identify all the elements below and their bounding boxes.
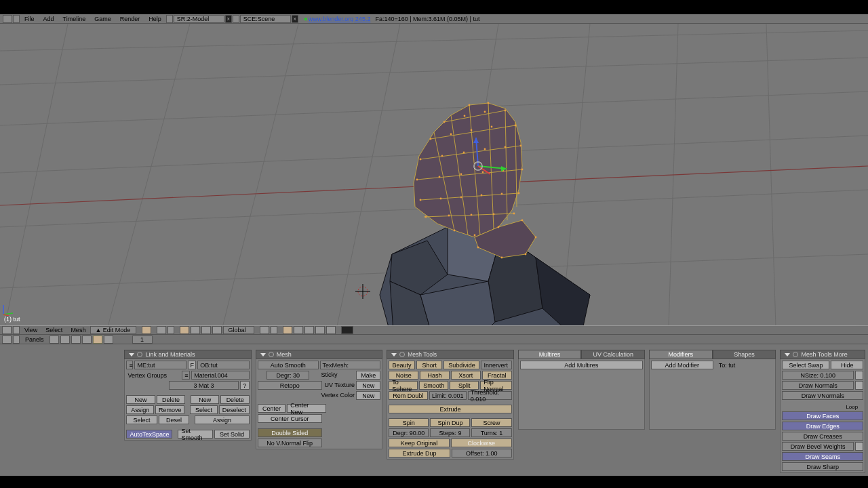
screen-nav-left-icon[interactable] <box>166 15 173 23</box>
panel-header-mesh[interactable]: Mesh <box>256 350 382 359</box>
panel-header-mesh-tools-more[interactable]: Mesh Tools More <box>780 350 865 359</box>
vcol-new-button[interactable]: New <box>356 391 380 400</box>
face-select-icon[interactable] <box>304 326 314 334</box>
beauty-button[interactable]: Beauty <box>389 361 415 369</box>
menu-file[interactable]: File <box>20 16 39 22</box>
select-menu[interactable]: Select <box>42 327 66 333</box>
proportional-icon[interactable] <box>326 326 336 334</box>
vg-desel-button[interactable]: Desel <box>159 415 189 424</box>
doublesided-button[interactable]: Double Sided <box>258 428 322 437</box>
context-logic-icon[interactable] <box>50 336 59 344</box>
context-shading-icon[interactable] <box>71 336 81 344</box>
hash-button[interactable]: Hash <box>420 371 450 380</box>
manipulator-toggle-icon[interactable] <box>180 326 189 334</box>
menu-add[interactable]: Add <box>39 16 58 22</box>
degr-field[interactable]: Degr: 90.00 <box>389 428 429 437</box>
mat-new-button[interactable]: New <box>191 395 219 404</box>
drawsharp-button[interactable]: Draw Sharp <box>782 462 863 471</box>
material-field[interactable]: Material.004 <box>191 371 250 380</box>
scene-delete-button[interactable]: x <box>292 15 298 23</box>
mat-deselect-button[interactable]: Deselect <box>219 405 250 414</box>
menu-timeline[interactable]: Timeline <box>59 16 90 22</box>
menu-render[interactable]: Render <box>116 16 144 22</box>
center-cursor-button[interactable]: Center Cursor <box>258 414 322 423</box>
3d-viewport[interactable]: (1) tut <box>0 24 868 325</box>
screen-selector[interactable]: SR:2-Model <box>174 15 224 23</box>
drawseams-button[interactable]: Draw Seams <box>782 452 863 461</box>
rotate-icon[interactable] <box>201 326 211 334</box>
screen-delete-button[interactable]: x <box>225 15 232 23</box>
menu-game[interactable]: Game <box>90 16 115 22</box>
threshold-field[interactable]: Threshold: 0.010 <box>468 391 512 400</box>
context-script-icon[interactable] <box>60 336 70 344</box>
drawcreases-button[interactable]: Draw Creases <box>782 432 863 441</box>
extra3-button[interactable] <box>855 442 863 451</box>
smooth-button[interactable]: Smooth <box>419 381 448 390</box>
mat-select-button[interactable]: Select <box>190 405 217 414</box>
setsmooth-button[interactable]: Set Smooth <box>178 430 213 439</box>
selectswap-button[interactable]: Select Swap <box>782 361 829 369</box>
drawnormals-button[interactable]: Draw Normals <box>782 381 854 390</box>
screw-button[interactable]: Screw <box>471 418 511 427</box>
pivot-sub-icon[interactable] <box>167 326 174 334</box>
panel-header-link-materials[interactable]: Link and Materials <box>124 350 251 359</box>
degr-field[interactable]: Degr: 30 <box>267 371 309 380</box>
drawvnormals-button[interactable]: Draw VNormals <box>782 391 863 400</box>
drawbevel-button[interactable]: Draw Bevel Weights <box>782 442 854 451</box>
window-type-icon[interactable] <box>3 15 12 23</box>
vertex-select-icon[interactable] <box>283 326 292 334</box>
nsize-field[interactable]: NSize: 0.100 <box>782 371 854 380</box>
tosphere-button[interactable]: To Sphere <box>389 381 418 390</box>
extrude-button[interactable]: Extrude <box>389 405 511 413</box>
collapse-icon[interactable] <box>13 15 20 23</box>
setsolid-button[interactable]: Set Solid <box>214 430 250 439</box>
me-field[interactable]: ME:tut <box>134 361 186 369</box>
clockwise-button[interactable]: Clockwise <box>451 439 512 447</box>
scale-icon[interactable] <box>212 326 222 334</box>
texmesh-field[interactable]: TexMesh: <box>320 361 381 369</box>
tab-modifiers[interactable]: Modifiers <box>649 350 713 359</box>
context-object-icon[interactable] <box>82 336 92 344</box>
material-menu-icon[interactable]: ≡ <box>182 371 190 380</box>
collapse-icon[interactable] <box>13 336 20 344</box>
add-modifier-button[interactable]: Add Modifier <box>651 361 713 369</box>
steps-field[interactable]: Steps: 9 <box>430 428 470 437</box>
subdivide-button[interactable]: Subdivide <box>443 361 479 369</box>
drawedges-button[interactable]: Draw Edges <box>782 422 863 430</box>
context-scene-icon[interactable] <box>104 336 113 344</box>
drawfaces-button[interactable]: Draw Faces <box>782 411 863 420</box>
autosmooth-button[interactable]: Auto Smooth <box>258 361 319 369</box>
tab-uv-calculation[interactable]: UV Calculation <box>581 350 645 359</box>
mat-assign-button[interactable]: Assign <box>195 415 250 424</box>
shading-icon[interactable] <box>142 326 151 334</box>
render-preview-icon[interactable] <box>341 326 353 334</box>
window-type-icon[interactable] <box>2 326 12 334</box>
lock-icon[interactable] <box>271 326 277 334</box>
remdoubl-button[interactable]: Rem Doubl <box>389 391 427 400</box>
tab-multires[interactable]: Multires <box>518 350 582 359</box>
layer-icon[interactable] <box>260 326 269 334</box>
vg-select-button[interactable]: Select <box>126 415 157 424</box>
center-button[interactable]: Center <box>258 404 285 413</box>
mat-help-button[interactable]: ? <box>240 381 250 390</box>
menu-help[interactable]: Help <box>144 16 165 22</box>
blender-link[interactable]: www.blender.org 245.2 <box>309 16 371 22</box>
view-menu[interactable]: View <box>21 327 41 333</box>
orientation-selector[interactable]: Global <box>223 326 254 334</box>
mode-selector[interactable]: ▲ Edit Mode <box>90 326 136 334</box>
center-new-button[interactable]: Center New <box>287 404 326 413</box>
sticky-make-button[interactable]: Make <box>356 371 380 380</box>
pivot-icon[interactable] <box>157 326 166 334</box>
short-button[interactable]: Short <box>416 361 443 369</box>
frame-field[interactable]: 1 <box>132 336 153 344</box>
keeporiginal-button[interactable]: Keep Original <box>389 439 450 447</box>
f-button[interactable]: F <box>188 361 196 369</box>
me-menu-icon[interactable]: ≡ <box>126 361 133 369</box>
extra2-button[interactable] <box>855 381 863 390</box>
context-editing-icon[interactable] <box>93 336 102 344</box>
turns-field[interactable]: Turns: 1 <box>471 428 511 437</box>
translate-icon[interactable] <box>191 326 200 334</box>
collapse-icon[interactable] <box>13 326 20 334</box>
tab-shapes[interactable]: Shapes <box>713 350 776 359</box>
vg-new-button[interactable]: New <box>126 395 155 404</box>
